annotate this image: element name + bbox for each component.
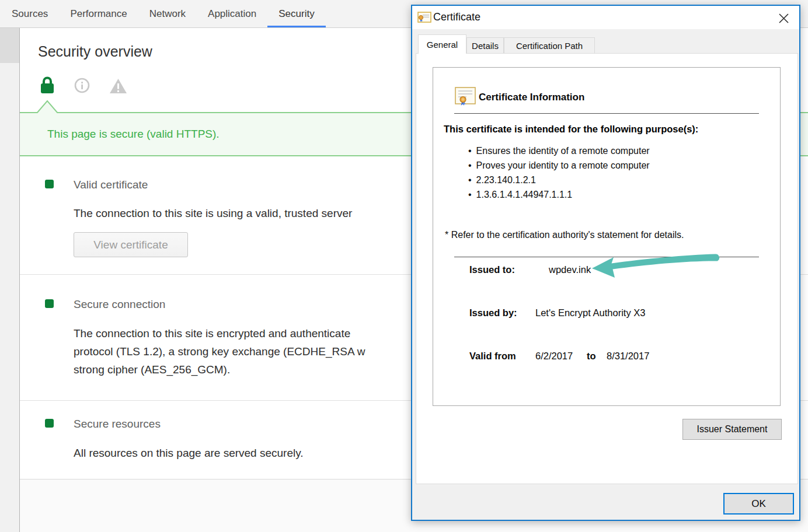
section-text-line: The connection to this site is encrypted… <box>74 324 365 342</box>
issued-by-label: Issued by: <box>469 307 517 318</box>
secure-bullet-icon <box>45 299 54 308</box>
issued-to-value: wpdev.ink <box>549 264 591 275</box>
section-text-line: strong cipher (AES_256_GCM). <box>74 360 365 379</box>
dialog-tab-label: General <box>427 40 458 50</box>
page-title: Security overview <box>38 43 152 60</box>
secure-status-text: This page is secure (valid HTTPS). <box>47 128 220 141</box>
purpose-heading: This certificate is intended for the fol… <box>444 124 698 135</box>
warning-icon <box>109 78 127 94</box>
tab-application[interactable]: Application <box>197 0 267 27</box>
tab-label: Application <box>208 8 256 20</box>
tab-label: Sources <box>12 8 48 20</box>
section-text: The connection to this site is using a v… <box>74 204 352 222</box>
purpose-item: 1.3.6.1.4.1.44947.1.1.1 <box>468 187 650 202</box>
dialog-tab-label: Details <box>472 41 499 51</box>
lock-icon <box>40 75 55 94</box>
section-text: All resources on this page are served se… <box>74 444 304 462</box>
close-icon[interactable] <box>777 12 790 24</box>
certificate-dialog: Certificate General Details Certificatio… <box>411 5 800 521</box>
section-text-line: protocol (TLS 1.2), a strong key exchang… <box>74 342 365 360</box>
dialog-tab-certification-path[interactable]: Certification Path <box>504 37 595 53</box>
tab-network[interactable]: Network <box>138 0 197 27</box>
issued-by-value: Let's Encrypt Authority X3 <box>535 307 645 318</box>
dialog-title: Certificate <box>433 11 480 23</box>
annotation-arrow-icon <box>590 251 725 281</box>
separator-line <box>454 113 759 114</box>
dialog-tab-general[interactable]: General <box>418 34 466 54</box>
screen: Sources Performance Network Application … <box>0 0 808 532</box>
certificate-info-icon <box>454 87 476 107</box>
tab-security[interactable]: Security <box>267 0 325 27</box>
section-title-secure-resources: Secure resources <box>74 418 161 430</box>
security-panel-sidebar[interactable] <box>0 28 20 532</box>
valid-from-value: 6/2/2017 <box>535 351 573 362</box>
issuer-statement-button[interactable]: Issuer Statement <box>682 419 782 440</box>
ok-button[interactable]: OK <box>723 493 794 514</box>
certificate-info-header: Certificate Information <box>479 92 584 103</box>
section-title-valid-certificate: Valid certificate <box>74 178 148 191</box>
banner-notch <box>36 100 58 113</box>
tab-sources[interactable]: Sources <box>1 0 59 27</box>
purpose-item: 2.23.140.1.2.1 <box>468 173 650 187</box>
tab-performance[interactable]: Performance <box>59 0 138 27</box>
valid-to-value: 8/31/2017 <box>607 351 649 362</box>
valid-to-word: to <box>587 351 596 362</box>
secure-bullet-icon <box>45 419 54 428</box>
info-icon <box>74 78 90 93</box>
tab-label: Network <box>149 8 186 20</box>
section-title-secure-connection: Secure connection <box>74 298 165 311</box>
view-certificate-button[interactable]: View certificate <box>74 232 188 257</box>
valid-from-label: Valid from <box>469 351 516 362</box>
dialog-tab-details[interactable]: Details <box>466 37 504 53</box>
purpose-list: Ensures the identity of a remote compute… <box>468 144 650 202</box>
dialog-tab-label: Certification Path <box>516 41 583 51</box>
purpose-item: Ensures the identity of a remote compute… <box>468 144 650 158</box>
secure-bullet-icon <box>45 180 54 188</box>
dialog-titlebar[interactable]: Certificate <box>412 6 799 29</box>
tab-label: Security <box>278 8 314 20</box>
sidebar-selected-item <box>0 28 19 63</box>
issued-to-label: Issued to: <box>469 264 515 275</box>
purpose-item: Proves your identity to a remote compute… <box>468 158 650 173</box>
certificate-icon <box>417 12 431 23</box>
refer-note: * Refer to the certification authority's… <box>445 230 684 240</box>
tab-label: Performance <box>70 8 127 20</box>
